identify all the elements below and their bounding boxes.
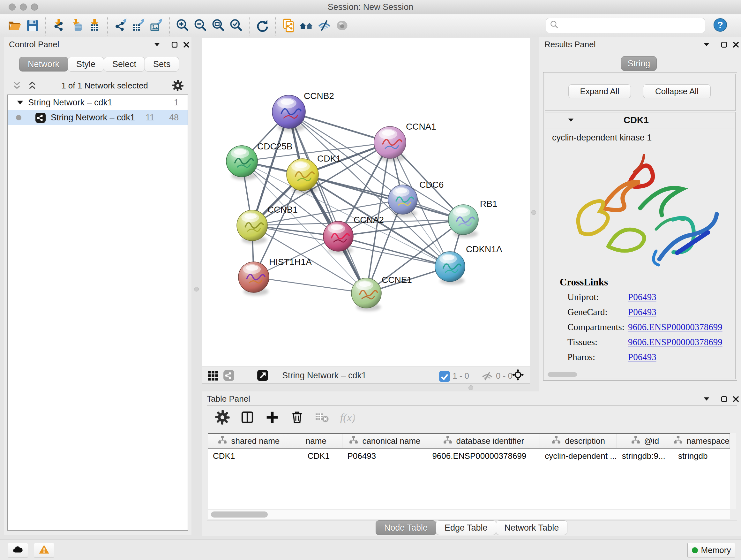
table-cell[interactable]: cyclin-dependent ... (540, 449, 616, 463)
toolbar-import-database-button[interactable] (68, 17, 85, 35)
results-scrollbar-thumb[interactable] (548, 372, 577, 377)
tab-network-table[interactable]: Network Table (496, 520, 568, 535)
network-options-gear-icon[interactable] (172, 79, 184, 91)
table-horizontal-scrollbar[interactable] (208, 510, 730, 519)
table-cell[interactable]: P06493 (342, 449, 427, 463)
tab-style[interactable]: Style (68, 57, 104, 71)
toolbar-zoom-selected-button[interactable] (227, 17, 245, 35)
grid-view-icon[interactable] (207, 369, 219, 381)
table-panel-close-icon[interactable] (731, 395, 740, 403)
table-settings-gear-icon[interactable] (215, 410, 230, 425)
expand-all-button[interactable]: Expand All (568, 84, 631, 98)
gene-collapse-caret-icon[interactable] (567, 117, 575, 124)
table-hscroll-thumb[interactable] (211, 511, 268, 517)
toolbar-export-table-button[interactable] (130, 17, 147, 35)
crosshair-navigate-icon[interactable] (512, 369, 525, 382)
left-splitter-handle[interactable] (194, 287, 199, 292)
add-column-icon[interactable] (265, 410, 280, 425)
network-node-CCNA2[interactable] (323, 221, 353, 251)
table-cell[interactable]: 9606.ENSP00000378699 (427, 449, 540, 463)
network-row-selected[interactable]: String Network – cdk1 11 48 (8, 110, 188, 125)
horizontal-splitter-handle[interactable] (468, 385, 473, 390)
toolbar-zoom-in-button[interactable] (174, 17, 192, 35)
tab-select[interactable]: Select (104, 57, 145, 71)
toolbar-save-button[interactable] (23, 17, 42, 35)
network-edge[interactable] (338, 236, 450, 266)
column-header-namespace[interactable]: namespace (673, 434, 730, 449)
results-panel-float-icon[interactable] (720, 40, 729, 49)
tab-edge-table[interactable]: Edge Table (436, 520, 496, 535)
table-cell[interactable]: stringdb:9... (617, 449, 673, 463)
network-node-CCNB2[interactable] (272, 95, 306, 128)
search-input[interactable] (559, 21, 705, 30)
table-panel-menu-caret-icon[interactable] (702, 395, 711, 403)
table-cell[interactable]: CDK1 (290, 449, 342, 463)
control-panel-menu-caret-icon[interactable] (152, 40, 161, 49)
column-header-name[interactable]: name (290, 434, 342, 449)
node-table[interactable]: shared name name canonical name database… (208, 433, 730, 509)
tab-sets[interactable]: Sets (145, 57, 179, 71)
crosslink-value-link[interactable]: P06493 (628, 352, 657, 362)
crosslink-value-link[interactable]: P06493 (628, 292, 657, 302)
network-collection-row[interactable]: String Network – cdk1 1 (8, 95, 188, 110)
column-header-canonical-name[interactable]: canonical name (342, 434, 427, 449)
network-node-CDC6[interactable] (388, 185, 417, 214)
column-header-database-identifier[interactable]: database identifier (427, 434, 540, 449)
table-row[interactable]: CDK1CDK1P064939606.ENSP00000378699cyclin… (208, 449, 730, 463)
network-edge[interactable] (254, 277, 366, 293)
toolbar-hide-eye-button[interactable] (315, 17, 333, 35)
results-panel-close-icon[interactable] (731, 40, 740, 49)
network-view-canvas[interactable]: CCNB2CCNA1CDC25BCDK1CDC6RB1CCNB1CCNA2CDK… (202, 38, 530, 367)
column-header-description[interactable]: description (540, 434, 616, 449)
crosslink-value-link[interactable]: 9606.ENSP00000378699 (628, 337, 723, 348)
toolbar-refresh-button[interactable] (253, 17, 271, 35)
table-vertical-scrollbar[interactable] (730, 433, 736, 509)
network-node-CCNB1[interactable] (237, 210, 267, 241)
toolbar-folder-open-button[interactable] (6, 17, 23, 35)
toolbar-export-image-button[interactable] (147, 17, 165, 35)
tab-string[interactable]: String (621, 56, 657, 71)
cloud-button[interactable] (8, 543, 28, 557)
results-panel-menu-caret-icon[interactable] (702, 40, 711, 49)
collapse-all-chevron-icon[interactable] (27, 80, 38, 91)
toolbar-inspect-eye-button[interactable] (333, 17, 351, 35)
help-button[interactable]: ? (713, 18, 728, 33)
network-node-CDC25B[interactable] (226, 145, 258, 177)
show-columns-icon[interactable] (240, 410, 255, 425)
toolbar-import-network-button[interactable] (50, 17, 68, 35)
crosslink-value-link[interactable]: P06493 (628, 307, 657, 317)
table-panel-float-icon[interactable] (720, 395, 729, 403)
search-field[interactable] (546, 18, 705, 33)
hidden-eye-slash-icon[interactable] (481, 370, 492, 381)
table-cell[interactable]: stringdb (673, 449, 730, 463)
toolbar-copy-document-button[interactable] (280, 17, 297, 35)
control-panel-close-icon[interactable] (182, 40, 191, 49)
network-node-HIST1H1A[interactable] (239, 262, 269, 293)
memory-button[interactable]: Memory (687, 543, 735, 557)
tab-network[interactable]: Network (19, 57, 68, 71)
column-header-shared-name[interactable]: shared name (208, 434, 290, 449)
toolbar-zoom-fit-button[interactable] (209, 17, 227, 35)
birdseye-view-icon[interactable] (257, 369, 269, 381)
network-node-CDK1[interactable] (286, 159, 319, 191)
crosslink-value-link[interactable]: 9606.ENSP00000378699 (628, 322, 723, 332)
toolbar-home-button[interactable] (297, 17, 315, 35)
toolbar-zoom-out-button[interactable] (192, 17, 209, 35)
table-cell[interactable]: CDK1 (208, 449, 290, 463)
column-header--id[interactable]: @id (617, 434, 673, 449)
network-node-RB1[interactable] (448, 205, 478, 235)
network-graph[interactable]: CCNB2CCNA1CDC25BCDK1CDC6RB1CCNB1CCNA2CDK… (202, 38, 530, 367)
collapse-all-button[interactable]: Collapse All (643, 84, 711, 98)
delete-column-icon[interactable] (289, 410, 305, 425)
selected-checkbox-icon[interactable] (439, 370, 449, 381)
toolbar-import-table-button[interactable] (85, 17, 104, 35)
tab-node-table[interactable]: Node Table (376, 520, 436, 535)
network-node-CCNA1[interactable] (374, 126, 406, 159)
warnings-button[interactable] (34, 543, 54, 557)
string-badge-gray-icon[interactable] (223, 369, 235, 381)
toolbar-export-network-button[interactable] (112, 17, 130, 35)
network-node-CCNE1[interactable] (351, 278, 381, 308)
expand-all-chevron-icon[interactable] (11, 80, 22, 91)
gene-section-header[interactable]: CDK1 (545, 112, 735, 128)
network-node-CDKN1A[interactable] (435, 252, 465, 282)
